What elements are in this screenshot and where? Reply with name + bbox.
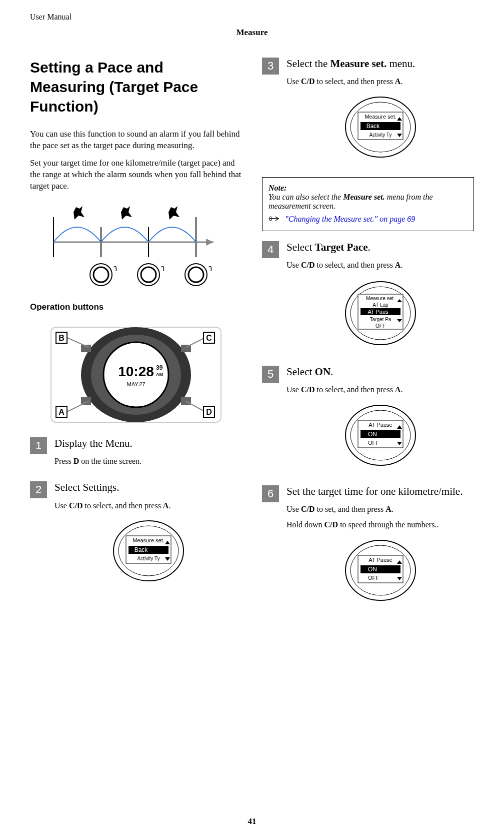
step-1-title: Display the Menu. [54,437,242,450]
step-number-6: 6 [262,485,279,502]
step-4-content: Select Target Pace. Use C/D to select, a… [286,241,474,356]
step-1: 1 Display the Menu. Press D on the time … [30,437,242,472]
step-6: 6 Set the target time for one kilometre/… [262,485,474,610]
svg-text:Target Pa: Target Pa [370,317,391,322]
svg-text:AT Paus: AT Paus [368,309,388,315]
step-1-content: Display the Menu. Press D on the time sc… [54,437,242,472]
step-number-3: 3 [262,58,279,75]
svg-marker-5 [206,239,214,246]
step-5: 5 Select ON. Use C/D to select, and then… [262,366,474,475]
step-2-body: Use C/D to select, and then press A. [54,500,242,511]
svg-text:39: 39 [156,364,163,371]
step-2-screen: Measure set. Back Activity Ty [111,518,186,583]
svg-text:AT Lap: AT Lap [372,302,388,308]
step-6-screen: AT Pause ON OFF [343,538,418,603]
note-link-row: "Changing the Measure set." on page 69 [268,215,468,225]
svg-text:AM: AM [156,372,163,377]
step-6-body-2: Hold down C/D to speed through the numbe… [286,519,474,530]
step-5-title: Select ON. [286,366,474,378]
svg-text:Measure set.: Measure set. [364,114,396,120]
svg-text:OFF: OFF [376,323,386,329]
step-5-screen: AT Pause ON OFF [343,403,418,468]
step-4: 4 Select Target Pace. Use C/D to select,… [262,241,474,356]
step-6-body: Use C/D to set, and then press A. [286,504,474,515]
watch-buttons-diagram: 10:28 39 AM MAY.27 B C A D [41,322,231,427]
svg-text:ON: ON [368,566,377,573]
step-3-content: Select the Measure set. menu. Use C/D to… [286,58,474,167]
svg-point-7 [94,267,108,282]
note-link[interactable]: "Changing the Measure set." on page 69 [285,215,415,223]
step-4-body: Use C/D to select, and then press A. [286,260,474,271]
svg-point-9 [141,267,156,282]
content-columns: Setting a Pace and Measuring (Target Pac… [30,58,474,620]
svg-text:OFF: OFF [368,440,379,446]
svg-text:Back: Back [366,123,380,130]
svg-line-24 [66,337,88,347]
step-3: 3 Select the Measure set. menu. Use C/D … [262,58,474,167]
step-1-body: Press D on the time screen. [54,456,242,467]
left-column: Setting a Pace and Measuring (Target Pac… [30,58,242,620]
intro-text-1: You can use this function to sound an al… [30,129,242,152]
header-user-manual: User Manual [30,13,72,22]
svg-text:10:28: 10:28 [118,364,154,379]
svg-text:AT Pause: AT Pause [368,557,392,563]
step-3-body: Use C/D to select, and then press A. [286,76,474,87]
svg-text:Measure set.: Measure set. [132,537,164,543]
step-2: 2 Select Settings. Use C/D to select, an… [30,481,242,591]
step-3-screen: Measure set. Back Activity Ty [343,95,418,160]
step-4-title: Select Target Pace. [286,241,474,254]
svg-text:OFF: OFF [368,575,379,581]
svg-text:AT Pause: AT Pause [368,422,392,428]
note-body: You can also select the Measure set. men… [268,193,468,211]
svg-text:ON: ON [368,431,377,438]
svg-text:Activity Ty: Activity Ty [137,556,160,561]
step-5-body: Use C/D to select, and then press A. [286,384,474,395]
operation-buttons-heading: Operation buttons [30,302,242,312]
page-number: 41 [248,816,256,826]
header-section: Measure [30,28,474,38]
svg-line-26 [66,401,88,412]
hand-point-icon [268,215,280,225]
step-number-1: 1 [30,437,47,454]
page-title: Setting a Pace and Measuring (Target Pac… [30,58,242,116]
svg-text:Measure set.: Measure set. [366,296,395,301]
step-6-content: Set the target time for one kilometre/mi… [286,485,474,610]
step-number-2: 2 [30,481,47,498]
note-title: Note: [268,184,468,193]
svg-text:Activity Ty: Activity Ty [369,132,392,138]
step-number-5: 5 [262,366,279,383]
runners-pace-diagram [44,202,228,292]
svg-rect-79 [360,565,400,573]
right-column: 3 Select the Measure set. menu. Use C/D … [262,58,474,620]
step-2-title: Select Settings. [54,481,242,494]
svg-text:C: C [206,334,212,342]
step-6-title: Set the target time for one kilometre/mi… [286,485,474,498]
svg-text:B: B [58,334,64,342]
svg-point-11 [188,267,204,282]
svg-rect-70 [360,430,400,438]
step-4-screen: Measure set. AT Lap AT Paus Target Pa OF… [343,278,418,348]
svg-text:A: A [58,408,64,416]
step-2-content: Select Settings. Use C/D to select, and … [54,481,242,591]
step-3-title: Select the Measure set. menu. [286,58,474,70]
intro-text-2: Set your target time for one kilometre/m… [30,158,242,192]
step-number-4: 4 [262,241,279,258]
svg-rect-22 [81,397,91,405]
svg-text:Back: Back [134,546,148,553]
svg-text:MAY.27: MAY.27 [127,381,146,387]
svg-text:D: D [206,408,212,416]
step-5-content: Select ON. Use C/D to select, and then p… [286,366,474,475]
note-box: Note: You can also select the Measure se… [262,177,474,231]
